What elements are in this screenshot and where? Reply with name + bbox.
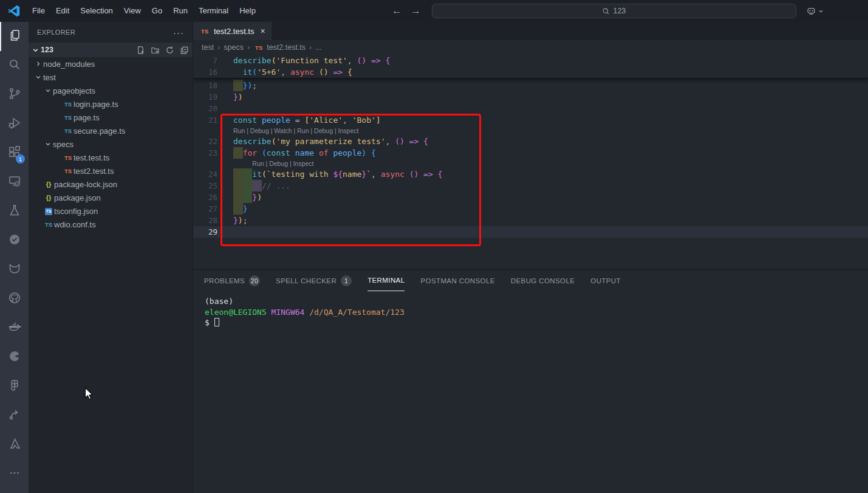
code-line-24[interactable]: 24 it(`testing with ${name}`, async () =… [193, 168, 868, 180]
tree-item-specs[interactable]: specs [29, 137, 193, 151]
menu-help[interactable]: Help [234, 0, 261, 22]
tree-item-test[interactable]: test [29, 71, 193, 84]
file-tree: node_modulestestpageobjectsTSlogin.page.… [29, 57, 193, 231]
test-beaker-activity-item[interactable] [0, 197, 29, 226]
remote-explorer-activity-item[interactable] [0, 168, 29, 197]
tree-item-label: secure.page.ts [73, 126, 125, 136]
menu-go[interactable]: Go [146, 0, 168, 22]
tree-item-test2-test-ts[interactable]: TStest2.test.ts [29, 164, 193, 178]
workspace-section-header[interactable]: 123 [29, 43, 193, 57]
code-line-27[interactable]: 27 } [193, 203, 868, 215]
source-control-activity-item[interactable] [0, 80, 29, 109]
codelens-row[interactable]: Run | Debug | Watch | Run | Debug | Insp… [193, 126, 868, 136]
more-activity-item[interactable] [0, 460, 29, 489]
tree-item-node-modules[interactable]: node_modules [29, 57, 193, 71]
menu-terminal[interactable]: Terminal [193, 0, 234, 22]
docker-activity-item[interactable] [0, 314, 29, 343]
explorer-sidebar: EXPLORER ··· 123 node_modulestestpageobj… [29, 22, 193, 493]
tab-test2-test-ts[interactable]: TS test2.test.ts × [193, 22, 272, 40]
chevron-down-icon [32, 47, 39, 53]
files-activity-item[interactable] [0, 22, 29, 51]
tree-item-tsconfig-json[interactable]: TStsconfig.json [29, 204, 193, 218]
breadcrumb-item[interactable]: ... [315, 43, 321, 52]
codelens-actions[interactable]: Run | Debug | Inspect [252, 160, 313, 167]
codelens-row[interactable]: Run | Debug | Inspect [193, 159, 868, 168]
tree-item-secure-page-ts[interactable]: TSsecure.page.ts [29, 124, 193, 137]
breadcrumb-item[interactable]: TStest2.test.ts [253, 43, 306, 52]
breadcrumb-separator: › [247, 43, 250, 52]
tree-item-wdio-conf-ts[interactable]: TSwdio.conf.ts [29, 218, 193, 231]
close-tab-icon[interactable]: × [260, 26, 265, 36]
azure-activity-item[interactable] [0, 430, 29, 460]
line-number: 18 [193, 80, 233, 91]
code-line-21[interactable]: 21const people = ['Alice', 'Bob'] [193, 114, 868, 126]
panel-tab-problems[interactable]: PROBLEMS20 [204, 270, 260, 291]
share-arrow-activity-item[interactable] [0, 401, 29, 430]
explorer-actions [136, 46, 189, 55]
panel-tab-terminal[interactable]: TERMINAL [367, 270, 405, 291]
code-line-25[interactable]: 25 // ... [193, 180, 868, 191]
copilot-menu[interactable] [806, 6, 824, 16]
explorer-more-actions-icon[interactable]: ··· [173, 27, 184, 38]
new-folder-icon[interactable] [151, 46, 160, 55]
tree-item-pageobjects[interactable]: pageobjects [29, 84, 193, 97]
tsconfig-file-icon: TS [43, 207, 54, 215]
typescript-file-icon: TS [63, 114, 73, 121]
code-editor[interactable]: 18 });19})2021const people = ['Alice', '… [193, 55, 868, 269]
terminal-cursor [214, 318, 219, 326]
terminal-content[interactable]: (base)eleon@LEGION5 MINGW64 /d/QA_A/Test… [193, 291, 868, 328]
breadcrumb-item[interactable]: test [202, 43, 214, 52]
code-line-7[interactable]: 7describe('Function test', () => { [193, 55, 868, 66]
code-line-16[interactable]: 16 it('5+6', async () => { [193, 66, 868, 78]
breadcrumb-separator: › [217, 43, 220, 52]
check-circle-icon [7, 232, 22, 249]
extensions-badge: 1 [16, 154, 25, 164]
back-arrow-icon[interactable]: ← [392, 5, 402, 17]
line-number: 24 [193, 168, 233, 180]
forward-arrow-icon[interactable]: → [411, 5, 421, 17]
tree-item-login-page-ts[interactable]: TSlogin.page.ts [29, 97, 193, 111]
menu-view[interactable]: View [118, 0, 146, 22]
panel-tab-output[interactable]: OUTPUT [590, 270, 621, 291]
code-line-26[interactable]: 26 }) [193, 191, 868, 203]
panel-tab-spell-checker[interactable]: SPELL CHECKER1 [276, 270, 352, 291]
code-line-18[interactable]: 18 }); [193, 80, 868, 91]
code-line-23[interactable]: 23 for (const name of people) { [193, 147, 868, 159]
new-file-icon[interactable] [136, 46, 145, 55]
command-center-search[interactable]: 123 [432, 4, 796, 18]
line-number: 21 [193, 114, 233, 126]
tab-label: test2.test.ts [214, 27, 254, 36]
tree-item-package-lock-json[interactable]: {}package-lock.json [29, 178, 193, 191]
code-line-28[interactable]: 28}); [193, 215, 868, 226]
code-line-20[interactable]: 20 [193, 103, 868, 114]
collapse-all-icon[interactable] [180, 46, 189, 55]
fox-activity-item[interactable] [0, 255, 29, 284]
indent-highlight-block [233, 191, 243, 203]
github-activity-item[interactable] [0, 284, 29, 314]
pie-circle-activity-item[interactable] [0, 343, 29, 372]
menu-selection[interactable]: Selection [75, 0, 118, 22]
run-debug-activity-item[interactable] [0, 109, 29, 139]
tree-item-page-ts[interactable]: TSpage.ts [29, 111, 193, 124]
tree-item-test-test-ts[interactable]: TStest.test.ts [29, 151, 193, 164]
panel-tab-badge: 1 [341, 275, 352, 286]
figma-activity-item[interactable] [0, 372, 29, 401]
refresh-icon[interactable] [165, 46, 174, 55]
codelens-actions[interactable]: Run | Debug | Watch | Run | Debug | Insp… [233, 127, 358, 134]
code-line-22[interactable]: 22describe('my parameterize tests', () =… [193, 136, 868, 147]
code-line-19[interactable]: 19}) [193, 91, 868, 103]
search-activity-item[interactable] [0, 51, 29, 80]
check-circle-activity-item[interactable] [0, 226, 29, 255]
panel-tab-postman-console[interactable]: POSTMAN CONSOLE [420, 270, 494, 291]
menu-edit[interactable]: Edit [50, 0, 75, 22]
extensions-activity-item[interactable]: 1 [0, 139, 29, 168]
tree-item-package-json[interactable]: {}package.json [29, 191, 193, 204]
indent-highlight-block [233, 203, 243, 215]
code-line-29[interactable]: 29 [193, 226, 868, 238]
indent-highlight-block [233, 80, 243, 91]
panel-tab-debug-console[interactable]: DEBUG CONSOLE [511, 270, 575, 291]
menu-file[interactable]: File [27, 0, 50, 22]
breadcrumb-item[interactable]: specs [224, 43, 244, 52]
github-icon [7, 291, 22, 308]
menu-run[interactable]: Run [168, 0, 193, 22]
